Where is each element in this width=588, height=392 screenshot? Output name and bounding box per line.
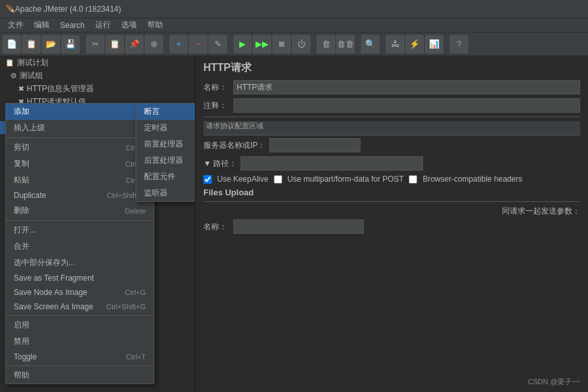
ctx-toggle-shortcut: Ctrl+T	[126, 353, 145, 361]
ctx-save-node-image[interactable]: Save Node As Image Ctrl+G	[6, 285, 154, 300]
server-input[interactable]	[269, 138, 360, 152]
send-params-label: 同请求一起发送参数：	[502, 206, 580, 217]
comment-input[interactable]	[233, 98, 580, 113]
toolbar-save[interactable]: 💾	[61, 35, 80, 53]
ctx-save-screen-image[interactable]: Save Screen As Image Ctrl+Shift+G	[6, 300, 154, 314]
param-name-row: 名称：	[203, 219, 580, 234]
toolbar-new[interactable]: 📄	[3, 35, 21, 53]
ctx-enable-label: 启用	[14, 320, 29, 331]
ctx-insert-parent[interactable]: 插入上级 ▶	[6, 120, 154, 136]
tree-plan-label: 测试计划	[17, 57, 48, 68]
ctx-disable-label: 禁用	[14, 336, 29, 347]
toolbar-stop[interactable]: ⏹	[272, 35, 291, 53]
name-label: 名称：	[203, 82, 229, 93]
ctx-add[interactable]: 添加 ▶	[6, 104, 154, 120]
toolbar-remove[interactable]: −	[189, 35, 207, 53]
tree-plan-icon: 📋	[5, 59, 14, 67]
ctx-cut[interactable]: 剪切 Ctrl+X	[6, 139, 154, 156]
ctx-save-partial[interactable]: 选中部分保存为...	[6, 255, 154, 271]
toolbar-templates[interactable]: 📋	[22, 35, 40, 53]
ctx-save-fragment-label: Save as Test Fragment	[14, 273, 94, 283]
right-panel: HTTP请求 名称： 注释： 请求协议配置区域 服务器名称或IP： ▼ 路径： …	[196, 56, 588, 392]
multipart-label: Use multipart/form-data for POST	[287, 175, 404, 184]
ctx-save-fragment[interactable]: Save as Test Fragment	[6, 271, 154, 285]
menu-search[interactable]: Search	[55, 20, 90, 31]
add-submenu-post[interactable]: 后置处理器 ▶	[136, 152, 196, 169]
add-submenu-assertion[interactable]: 断言 ▶	[136, 104, 196, 120]
add-submenu: 断言 ▶ 定时器 ▶ 前置处理器 ▶ 后置处理器	[136, 103, 196, 202]
multipart-checkbox[interactable]	[274, 175, 282, 184]
comment-label: 注释：	[203, 100, 229, 111]
ctx-sep-3	[6, 315, 154, 316]
toolbar-remote2[interactable]: ⚡	[405, 35, 424, 53]
ctx-merge[interactable]: 合并	[6, 238, 154, 255]
ctx-enable[interactable]: 启用	[6, 317, 154, 333]
menu-help[interactable]: 帮助	[142, 18, 168, 32]
ctx-help-label: 帮助	[14, 370, 29, 381]
add-submenu-config[interactable]: 配置元件 ▶	[136, 169, 196, 185]
add-submenu-pre[interactable]: 前置处理器 ▶	[136, 136, 196, 152]
add-submenu-config-label: 配置元件	[144, 171, 175, 182]
toolbar-paste[interactable]: 📌	[125, 35, 143, 53]
name-input[interactable]	[233, 80, 580, 94]
toolbar-cut[interactable]: ✂	[86, 35, 104, 53]
toolbar-expand[interactable]: ⊕	[145, 35, 163, 53]
path-input[interactable]	[241, 156, 423, 171]
files-upload-title: Files Upload	[203, 188, 580, 197]
keepalive-label: Use KeepAlive	[217, 175, 269, 184]
ctx-merge-label: 合并	[14, 241, 29, 252]
add-submenu-listener[interactable]: 监听器 ▶	[136, 185, 196, 201]
param-name-input[interactable]	[233, 219, 364, 234]
ctx-copy[interactable]: 复制 Ctrl+C	[6, 156, 154, 172]
tree-item-plan[interactable]: 📋 测试计划	[0, 56, 195, 69]
browser-compat-checkbox[interactable]	[409, 175, 417, 184]
toolbar-clear[interactable]: 🗑	[317, 35, 335, 53]
tree-http-header-label: HTTP信息头管理器	[27, 83, 94, 94]
toolbar-run-no-pause[interactable]: ▶▶	[253, 35, 271, 53]
menu-options[interactable]: 选项	[116, 18, 142, 32]
toolbar-add[interactable]: +	[169, 35, 188, 53]
server-label: 服务器名称或IP：	[203, 140, 265, 151]
ctx-save-partial-label: 选中部分保存为...	[14, 257, 75, 268]
ctx-duplicate[interactable]: Duplicate Ctrl+Shift+C	[6, 188, 154, 203]
add-submenu-assertion-label: 断言	[144, 106, 160, 117]
toolbar-remote3[interactable]: 📊	[425, 35, 443, 53]
toolbar-clear-all[interactable]: 🗑🗑	[336, 35, 355, 53]
ctx-help[interactable]: 帮助	[6, 367, 154, 384]
watermark: CSDN @栗子~~	[528, 377, 580, 387]
param-name-label: 名称：	[203, 221, 229, 232]
tree-item-group[interactable]: ⚙ 测试组	[0, 69, 195, 82]
left-panel: 📋 测试计划 ⚙ 测试组 ✖ HTTP信息头管理器 ✖ HTTP请求默认值 🍪 …	[0, 56, 196, 392]
title-bar: 🪶 Apache JMeter (4.0 r1823414)	[0, 0, 588, 18]
ctx-delete[interactable]: 删除 Delete	[6, 203, 154, 219]
toolbar-run[interactable]: ▶	[233, 35, 252, 53]
protocol-bar: 请求协议配置区域	[203, 121, 580, 135]
menu-file[interactable]: 文件	[3, 18, 29, 32]
toolbar-help[interactable]: ?	[450, 35, 468, 53]
comment-row: 注释：	[203, 98, 580, 113]
ctx-sep-2	[6, 220, 154, 221]
toolbar-find[interactable]: 🔍	[361, 35, 379, 53]
ctx-add-label: 添加	[14, 106, 29, 117]
toolbar-edit[interactable]: ✎	[209, 35, 227, 53]
ctx-paste[interactable]: 粘贴 Ctrl+V	[6, 172, 154, 188]
ctx-sep-4	[6, 365, 154, 366]
send-params-row: 同请求一起发送参数：	[203, 206, 580, 217]
menu-run[interactable]: 运行	[90, 18, 116, 32]
menu-bar: 文件 编辑 Search 运行 选项 帮助	[0, 18, 588, 33]
menu-edit[interactable]: 编辑	[29, 18, 55, 32]
ctx-toggle-label: Toggle	[14, 352, 37, 361]
tree-item-http-header[interactable]: ✖ HTTP信息头管理器	[0, 82, 195, 95]
toolbar-copy[interactable]: 📋	[106, 35, 124, 53]
ctx-disable[interactable]: 禁用	[6, 333, 154, 350]
ctx-open[interactable]: 打开...	[6, 222, 154, 238]
ctx-save-screen-shortcut: Ctrl+Shift+G	[106, 303, 146, 311]
toolbar-shutdown[interactable]: ⏻	[292, 35, 310, 53]
ctx-cut-label: 剪切	[14, 142, 29, 153]
toolbar-open[interactable]: 📂	[42, 35, 60, 53]
toolbar-remote[interactable]: 🖧	[386, 35, 404, 53]
keepalive-checkbox[interactable]	[203, 175, 212, 184]
ctx-toggle[interactable]: Toggle Ctrl+T	[6, 350, 154, 364]
divider-1	[203, 117, 580, 117]
add-submenu-timer[interactable]: 定时器 ▶	[136, 120, 196, 136]
